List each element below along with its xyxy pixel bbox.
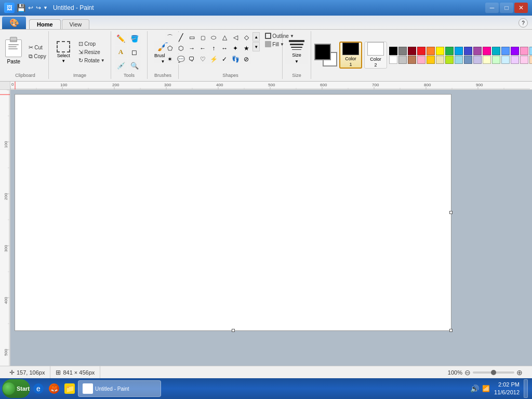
- zoom-out-button[interactable]: ⊖: [464, 368, 471, 377]
- color-sky[interactable]: [501, 47, 510, 55]
- shape-callout[interactable]: 💬: [176, 54, 186, 64]
- shape-star6[interactable]: ✶: [165, 54, 175, 64]
- taskbar-ie[interactable]: e: [31, 380, 46, 397]
- color-pink[interactable]: [417, 56, 425, 64]
- color-pale-blue[interactable]: [529, 47, 532, 55]
- shape-arrow-l[interactable]: ←: [197, 43, 208, 54]
- color-indigo[interactable]: [464, 47, 472, 55]
- taskbar-paint-item[interactable]: 🖼 Untitled - Paint: [78, 380, 161, 397]
- quick-access-dropdown[interactable]: ▼: [43, 5, 48, 10]
- color-pale-violet[interactable]: [511, 56, 519, 64]
- shape-heart[interactable]: ♡: [197, 54, 208, 64]
- color-violet[interactable]: [511, 47, 519, 55]
- shape-footsteps[interactable]: 👣: [230, 54, 241, 64]
- canvas-scroll[interactable]: [10, 90, 532, 366]
- color-brown[interactable]: [408, 56, 416, 64]
- save-quick-btn[interactable]: 💾: [16, 4, 26, 12]
- color-green[interactable]: [445, 47, 454, 55]
- color-pale-rose[interactable]: [520, 56, 528, 64]
- color-orange[interactable]: [427, 47, 435, 55]
- shape-line[interactable]: ╱: [176, 32, 186, 43]
- close-button[interactable]: ✕: [514, 3, 528, 13]
- handle-bottom-right[interactable]: [449, 329, 453, 332]
- maximize-button[interactable]: □: [500, 3, 513, 13]
- color-lime[interactable]: [445, 56, 454, 64]
- color-pale-pink[interactable]: [520, 47, 528, 55]
- paste-button[interactable]: Paste: [2, 39, 25, 64]
- color-gray[interactable]: [398, 47, 407, 55]
- shape-arrow-r[interactable]: →: [187, 43, 197, 54]
- color-teal[interactable]: [492, 47, 500, 55]
- show-desktop-button[interactable]: [524, 379, 528, 398]
- copy-button[interactable]: ⧉ Copy: [26, 52, 48, 60]
- cut-button[interactable]: ✂ Cut: [26, 44, 48, 51]
- rotate-button[interactable]: ↻ Rotate ▼: [76, 57, 107, 64]
- shape-check[interactable]: ✓: [219, 54, 230, 64]
- shape-curve[interactable]: ⌒: [165, 32, 175, 43]
- color-yellow[interactable]: [436, 47, 444, 55]
- color-cream[interactable]: [436, 56, 444, 64]
- text-tool[interactable]: A: [115, 46, 127, 58]
- pencil-tool[interactable]: ✏️: [115, 32, 127, 45]
- color-light-gray[interactable]: [398, 56, 407, 64]
- color-powder[interactable]: [501, 56, 510, 64]
- shapes-scroll-down[interactable]: ▼: [252, 42, 260, 51]
- color-blue[interactable]: [455, 47, 463, 55]
- paint-menu-button[interactable]: 🎨: [2, 17, 26, 29]
- minimize-button[interactable]: ─: [485, 3, 499, 13]
- color2-button[interactable]: Color 2: [364, 42, 387, 69]
- undo-btn[interactable]: ↩: [28, 4, 34, 11]
- zoom-in-button[interactable]: ⊕: [516, 368, 523, 377]
- taskbar-explorer[interactable]: 📁: [62, 380, 77, 397]
- shape-callout2[interactable]: 🗨: [187, 54, 197, 64]
- handle-right[interactable]: [449, 211, 453, 214]
- shapes-scroll-up[interactable]: ▲: [252, 32, 260, 42]
- tab-home[interactable]: Home: [29, 19, 61, 29]
- help-button[interactable]: ?: [518, 18, 528, 28]
- shape-diamond[interactable]: ◇: [241, 32, 251, 43]
- crop-button[interactable]: ⊡ Crop: [76, 40, 107, 48]
- shape-roundrect[interactable]: ▢: [197, 32, 208, 43]
- shape-arrow-4[interactable]: ↔: [219, 43, 230, 54]
- shape-ellipse[interactable]: ⬭: [208, 32, 219, 43]
- eraser-tool[interactable]: ◻: [128, 46, 141, 58]
- shape-arrow-u[interactable]: ↑: [208, 43, 219, 54]
- color-hot-pink[interactable]: [483, 47, 491, 55]
- color-red[interactable]: [417, 47, 425, 55]
- magnifier-tool[interactable]: 🔍: [128, 59, 141, 72]
- color-mint[interactable]: [492, 56, 500, 64]
- shape-pentagon[interactable]: ⬠: [165, 43, 175, 54]
- tab-view[interactable]: View: [62, 19, 90, 29]
- redo-btn[interactable]: ↪: [35, 4, 42, 11]
- fill-tool[interactable]: 🪣: [128, 32, 141, 45]
- color1-button[interactable]: Color 1: [339, 42, 362, 69]
- start-button[interactable]: Start: [2, 379, 30, 398]
- shape-rect[interactable]: ▭: [187, 32, 197, 43]
- color-steel[interactable]: [464, 56, 472, 64]
- clock[interactable]: 2:02 PM 11/6/2012: [494, 381, 520, 397]
- color-lavender[interactable]: [473, 56, 482, 64]
- shape-rtriangle[interactable]: ◁: [230, 32, 241, 43]
- shape-star4[interactable]: ✦: [230, 43, 241, 54]
- select-button[interactable]: Select ▼: [52, 39, 74, 65]
- drawing-canvas[interactable]: [15, 94, 451, 331]
- shape-lightning[interactable]: ⚡: [208, 54, 219, 64]
- color-pale-yellow[interactable]: [483, 56, 491, 64]
- shape-no[interactable]: ⊘: [241, 54, 251, 64]
- color-light-blue[interactable]: [455, 56, 463, 64]
- color-purple[interactable]: [473, 47, 482, 55]
- shape-hexagon[interactable]: ⬡: [176, 43, 186, 54]
- color-peach[interactable]: [529, 56, 532, 64]
- network-icon[interactable]: 📶: [482, 385, 490, 392]
- taskbar-firefox[interactable]: 🦊: [47, 380, 61, 397]
- color-gold[interactable]: [427, 56, 435, 64]
- shape-triangle[interactable]: △: [219, 32, 230, 43]
- color-black[interactable]: [389, 47, 397, 55]
- color-dark-red[interactable]: [408, 47, 416, 55]
- resize-button[interactable]: ⇲ Resize: [76, 48, 107, 56]
- color-picker-tool[interactable]: 💉: [115, 59, 127, 72]
- color-white[interactable]: [389, 56, 397, 64]
- handle-bottom-center[interactable]: [232, 329, 235, 332]
- speaker-icon[interactable]: 🔊: [470, 384, 479, 393]
- size-button[interactable]: Size ▼: [285, 39, 308, 64]
